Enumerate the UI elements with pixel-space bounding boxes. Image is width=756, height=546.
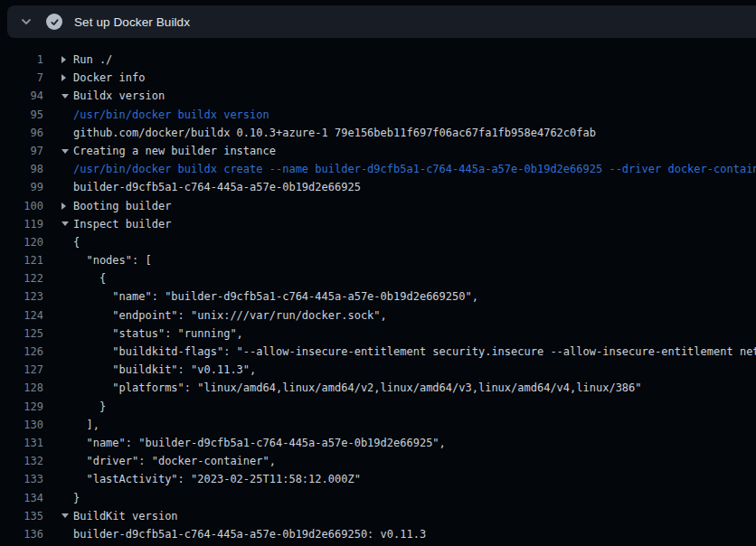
line-number[interactable]: 124 bbox=[0, 306, 43, 325]
step-header[interactable]: Set up Docker Buildx bbox=[7, 5, 756, 38]
line-number[interactable]: 125 bbox=[0, 325, 43, 343]
log-line: 121 "nodes": [ bbox=[0, 251, 756, 269]
triangle-down-icon[interactable] bbox=[61, 87, 73, 105]
log-line: 98/usr/bin/docker buildx create --name b… bbox=[0, 160, 756, 178]
triangle-down-icon[interactable] bbox=[61, 142, 73, 160]
output-text: { bbox=[73, 269, 106, 287]
triangle-right-icon[interactable] bbox=[61, 69, 73, 87]
triangle-down-icon[interactable] bbox=[61, 507, 73, 525]
log-line: 134} bbox=[0, 489, 756, 507]
line-number[interactable]: 121 bbox=[0, 251, 43, 269]
group-title: Creating a new builder instance bbox=[73, 142, 276, 160]
output-text: "nodes": [ bbox=[73, 251, 152, 269]
log-line: 127 "buildkit": "v0.11.3", bbox=[0, 361, 756, 379]
log-line: 133 "lastActivity": "2023-02-25T11:58:12… bbox=[0, 470, 756, 488]
step-title: Set up Docker Buildx bbox=[74, 15, 190, 29]
output-text: "status": "running", bbox=[73, 325, 243, 343]
line-number[interactable]: 95 bbox=[0, 106, 43, 124]
line-number[interactable]: 98 bbox=[0, 160, 43, 178]
log-line[interactable]: 100Booting builder bbox=[0, 197, 756, 215]
log-line: 131 "name": "builder-d9cfb5a1-c764-445a-… bbox=[0, 434, 756, 452]
log-lines: 1Run ./7Docker info94Buildx version95/us… bbox=[0, 51, 756, 546]
output-text: ], bbox=[73, 416, 99, 434]
line-number[interactable]: 126 bbox=[0, 343, 43, 361]
command-text: /usr/bin/docker buildx create --name bui… bbox=[73, 160, 756, 178]
output-text: { bbox=[73, 233, 80, 251]
triangle-right-icon[interactable] bbox=[61, 51, 73, 69]
group-title: Buildx version bbox=[73, 87, 165, 105]
output-text: builder-d9cfb5a1-c764-445a-a57e-0b19d2e6… bbox=[73, 178, 361, 196]
line-number[interactable]: 99 bbox=[0, 178, 43, 196]
output-text: "platforms": "linux/amd64,linux/amd64/v2… bbox=[73, 379, 642, 397]
log-line[interactable]: 97Creating a new builder instance bbox=[0, 142, 756, 160]
line-number[interactable]: 122 bbox=[0, 269, 43, 287]
check-circle-icon bbox=[46, 14, 62, 30]
output-text: "lastActivity": "2023-02-25T11:58:12.000… bbox=[73, 470, 361, 488]
group-title: Inspect builder bbox=[73, 215, 171, 233]
line-number[interactable]: 100 bbox=[0, 197, 43, 215]
line-number[interactable]: 129 bbox=[0, 398, 43, 416]
output-text: } bbox=[73, 398, 106, 416]
triangle-down-icon[interactable] bbox=[61, 215, 73, 233]
output-text: "buildkit": "v0.11.3", bbox=[73, 361, 256, 379]
triangle-right-icon[interactable] bbox=[61, 197, 73, 215]
line-number[interactable]: 133 bbox=[0, 470, 43, 488]
line-number[interactable]: 128 bbox=[0, 379, 43, 397]
line-number[interactable]: 123 bbox=[0, 287, 43, 306]
log-line[interactable]: 1Run ./ bbox=[0, 51, 756, 69]
line-number[interactable]: 134 bbox=[0, 489, 43, 507]
log-line: 126 "buildkitd-flags": "--allow-insecure… bbox=[0, 343, 756, 361]
line-number[interactable]: 131 bbox=[0, 434, 43, 452]
line-number[interactable]: 136 bbox=[0, 525, 43, 543]
output-text: "name": "builder-d9cfb5a1-c764-445a-a57e… bbox=[73, 287, 478, 306]
line-number[interactable]: 132 bbox=[0, 452, 43, 470]
log-line: 122 { bbox=[0, 269, 756, 287]
log-line[interactable]: 135BuildKit version bbox=[0, 507, 756, 525]
output-text: github.com/docker/buildx 0.10.3+azure-1 … bbox=[73, 124, 596, 142]
log-line: 123 "name": "builder-d9cfb5a1-c764-445a-… bbox=[0, 287, 756, 306]
command-text: /usr/bin/docker buildx version bbox=[73, 106, 269, 124]
line-number[interactable]: 119 bbox=[0, 215, 43, 233]
output-text: builder-d9cfb5a1-c764-445a-a57e-0b19d2e6… bbox=[73, 525, 426, 543]
log-line: 99builder-d9cfb5a1-c764-445a-a57e-0b19d2… bbox=[0, 178, 756, 196]
line-number[interactable]: 7 bbox=[0, 69, 43, 87]
group-title: Docker info bbox=[73, 69, 145, 87]
line-number[interactable]: 120 bbox=[0, 233, 43, 251]
log-line: 132 "driver": "docker-container", bbox=[0, 452, 756, 470]
output-text: } bbox=[73, 489, 80, 507]
log-line: 130 ], bbox=[0, 416, 756, 434]
group-title: BuildKit version bbox=[73, 507, 178, 525]
line-number[interactable]: 1 bbox=[0, 51, 43, 69]
output-text: "buildkitd-flags": "--allow-insecure-ent… bbox=[73, 343, 756, 361]
line-number[interactable]: 135 bbox=[0, 507, 43, 525]
log-line[interactable]: 119Inspect builder bbox=[0, 215, 756, 233]
log-line: 120{ bbox=[0, 233, 756, 251]
line-number[interactable]: 97 bbox=[0, 142, 43, 160]
line-number[interactable]: 94 bbox=[0, 87, 43, 105]
group-title: Booting builder bbox=[73, 197, 171, 215]
chevron-down-icon[interactable] bbox=[20, 15, 33, 28]
log-line: 129 } bbox=[0, 398, 756, 416]
log-line: 95/usr/bin/docker buildx version bbox=[0, 106, 756, 124]
output-text: "name": "builder-d9cfb5a1-c764-445a-a57e… bbox=[73, 434, 446, 452]
line-number[interactable]: 130 bbox=[0, 416, 43, 434]
log-line: 136builder-d9cfb5a1-c764-445a-a57e-0b19d… bbox=[0, 525, 756, 543]
log-line[interactable]: 7Docker info bbox=[0, 69, 756, 87]
output-text: "endpoint": "unix:///var/run/docker.sock… bbox=[73, 306, 387, 325]
log-line[interactable]: 94Buildx version bbox=[0, 87, 756, 105]
line-number[interactable]: 96 bbox=[0, 124, 43, 142]
log-line: 128 "platforms": "linux/amd64,linux/amd6… bbox=[0, 379, 756, 397]
log-line: 124 "endpoint": "unix:///var/run/docker.… bbox=[0, 306, 756, 325]
line-number[interactable]: 127 bbox=[0, 361, 43, 379]
log-line: 96github.com/docker/buildx 0.10.3+azure-… bbox=[0, 124, 756, 142]
group-title: Run ./ bbox=[73, 51, 112, 69]
log-line: 125 "status": "running", bbox=[0, 325, 756, 343]
output-text: "driver": "docker-container", bbox=[73, 452, 276, 470]
